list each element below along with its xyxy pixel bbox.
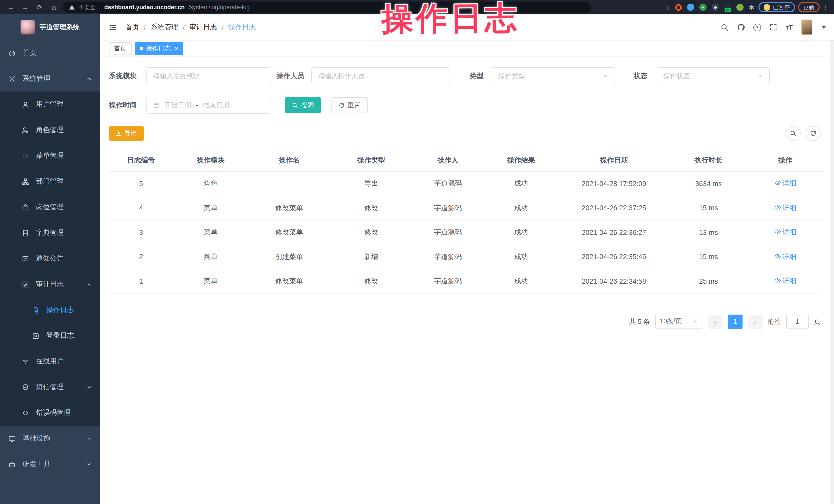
tab-操作日志[interactable]: 操作日志× bbox=[135, 42, 183, 55]
emoji-avatar-icon bbox=[764, 4, 770, 10]
browser-menu-icon[interactable]: ⋮ bbox=[823, 4, 829, 11]
code-icon bbox=[22, 409, 29, 417]
status-select[interactable]: 操作状态 bbox=[657, 67, 770, 84]
browser-forward-icon[interactable]: → bbox=[20, 2, 31, 13]
browser-home-icon[interactable]: ⌂ bbox=[48, 2, 60, 13]
close-icon[interactable]: × bbox=[175, 45, 178, 51]
tab-label: 操作日志 bbox=[146, 44, 171, 53]
cell-date: 2021-04-26 22:34:58 bbox=[558, 278, 669, 285]
detail-link[interactable]: 详细 bbox=[774, 228, 796, 237]
ext-dark-on-icon[interactable]: on bbox=[724, 4, 731, 11]
search-button[interactable]: 搜索 bbox=[285, 97, 321, 113]
sidebar-item-sms-mgmt[interactable]: 短信管理 bbox=[0, 374, 100, 400]
chevron-up-icon bbox=[86, 76, 92, 82]
system-module-input[interactable]: 请输入系统模块 bbox=[147, 67, 271, 84]
date-range-picker[interactable]: 开始日期 - 结束日期 bbox=[147, 96, 271, 114]
help-icon[interactable]: ? bbox=[753, 23, 761, 31]
scrollbar[interactable] bbox=[830, 15, 834, 504]
sidebar-item-label: 审计日志 bbox=[36, 280, 64, 289]
breadcrumb-item[interactable]: 审计日志 bbox=[189, 23, 217, 32]
fullscreen-icon[interactable] bbox=[769, 23, 777, 31]
ext-green-v-icon[interactable]: V bbox=[699, 4, 706, 11]
page-size-select[interactable]: 10条/页 bbox=[655, 314, 702, 329]
refresh-table-icon[interactable] bbox=[806, 126, 821, 141]
github-icon[interactable] bbox=[737, 23, 745, 31]
sidebar-item-label: 短信管理 bbox=[36, 382, 64, 392]
operator-label: 操作人员 bbox=[277, 71, 304, 81]
page-size-value: 10条/页 bbox=[660, 317, 682, 326]
ext-orange-ring-icon[interactable] bbox=[675, 4, 682, 10]
detail-link[interactable]: 详细 bbox=[774, 179, 796, 189]
ext-green-person-icon[interactable] bbox=[737, 4, 744, 11]
font-size-icon[interactable]: тT bbox=[786, 23, 793, 31]
sidebar-item-error-code[interactable]: 错误码管理 bbox=[0, 400, 100, 425]
cell-type: 导出 bbox=[330, 179, 412, 189]
app-title: 芋道管理系统 bbox=[40, 23, 80, 32]
user-avatar[interactable] bbox=[801, 20, 812, 35]
tab-首页[interactable]: 首页 bbox=[109, 42, 132, 55]
prev-page-button[interactable]: ‹ bbox=[708, 314, 723, 329]
sidebar-item-infrastructure[interactable]: 基础设施 bbox=[0, 425, 100, 451]
bookmark-star-icon[interactable]: ☆ bbox=[664, 3, 670, 11]
sidebar-item-post-mgmt[interactable]: 岗位管理 bbox=[0, 194, 100, 220]
pagination: 共 5 条 10条/页 ‹ 1 › 前往 1 页 bbox=[109, 314, 823, 329]
monitor-icon bbox=[8, 435, 16, 442]
browser-back-icon[interactable]: ← bbox=[5, 2, 17, 13]
sidebar-item-notice[interactable]: 通知公告 bbox=[0, 246, 100, 271]
sidebar-item-online-user[interactable]: 在线用户 bbox=[0, 349, 100, 374]
breadcrumb-separator: / bbox=[144, 23, 146, 31]
gear-icon bbox=[8, 75, 16, 83]
breadcrumb-item[interactable]: 系统管理 bbox=[151, 23, 178, 32]
detail-link[interactable]: 详细 bbox=[774, 277, 796, 286]
current-page-button[interactable]: 1 bbox=[728, 314, 743, 329]
browser-extensions-area: ☆V◆on✱ bbox=[664, 3, 755, 11]
sidebar-collapse-icon[interactable] bbox=[108, 23, 117, 31]
sidebar-item-audit-log[interactable]: 审计日志 bbox=[0, 271, 100, 297]
tags-view: 首页操作日志× bbox=[100, 40, 834, 57]
sidebar-item-label: 首页 bbox=[23, 48, 37, 58]
type-select[interactable]: 操作类型 bbox=[492, 67, 615, 84]
profile-paused-chip[interactable]: 已暂停 bbox=[759, 2, 795, 12]
ext-puzzle-icon[interactable]: ✱ bbox=[749, 3, 754, 11]
sidebar-item-login-log[interactable]: 登录日志 bbox=[0, 323, 100, 349]
detail-link[interactable]: 详细 bbox=[774, 203, 796, 213]
cell-duration: 13 ms bbox=[669, 229, 748, 237]
sidebar-item-dev-tools[interactable]: 研发工具 bbox=[0, 451, 100, 477]
goto-page-input[interactable]: 1 bbox=[786, 314, 809, 329]
url-path: /system/log/operate-log bbox=[188, 4, 250, 10]
browser-refresh-icon[interactable]: ⟳ bbox=[34, 2, 45, 13]
sidebar-item-home[interactable]: 首页 bbox=[0, 40, 100, 66]
search-icon[interactable] bbox=[720, 23, 728, 31]
security-warning-icon[interactable] bbox=[69, 4, 75, 10]
next-page-button[interactable]: › bbox=[748, 314, 763, 329]
address-divider: | bbox=[99, 4, 101, 10]
sidebar-item-user-mgmt[interactable]: 用户管理 bbox=[0, 91, 100, 117]
breadcrumb-item[interactable]: 首页 bbox=[125, 23, 139, 32]
sidebar-item-system-mgmt[interactable]: 系统管理 bbox=[0, 66, 100, 91]
app-logo[interactable]: 芋道管理系统 bbox=[0, 15, 100, 40]
ext-blue-diamond-icon[interactable]: ◆ bbox=[712, 4, 719, 11]
eye-icon bbox=[774, 253, 781, 261]
caret-down-icon[interactable] bbox=[822, 26, 826, 28]
sidebar-item-label: 用户管理 bbox=[36, 100, 64, 109]
reset-button[interactable]: 重置 bbox=[331, 97, 368, 113]
sidebar-item-menu-mgmt[interactable]: 菜单管理 bbox=[0, 143, 100, 169]
logo-rabbit-image bbox=[21, 20, 35, 35]
sidebar-item-role-mgmt[interactable]: 角色管理 bbox=[0, 117, 100, 143]
type-placeholder: 操作类型 bbox=[499, 71, 525, 81]
browser-update-button[interactable]: 更新 bbox=[798, 2, 819, 12]
detail-link[interactable]: 详细 bbox=[774, 253, 796, 262]
sidebar: 芋道管理系统 首页系统管理用户管理角色管理菜单管理部门管理岗位管理字典管理通知公… bbox=[0, 15, 100, 504]
sidebar-item-operate-log[interactable]: 操作日志 bbox=[0, 297, 100, 323]
breadcrumb-separator: / bbox=[183, 23, 185, 31]
filter-row-2: 操作时间 开始日期 - 结束日期 搜索 bbox=[109, 96, 823, 114]
export-button[interactable]: 导出 bbox=[109, 126, 144, 141]
operator-input[interactable]: 请输入操作人员 bbox=[311, 67, 449, 84]
sidebar-item-dept-mgmt[interactable]: 部门管理 bbox=[0, 169, 100, 194]
detail-link-label: 详细 bbox=[782, 253, 796, 262]
ext-blue-pin-icon[interactable] bbox=[687, 4, 694, 11]
system-module-placeholder: 请输入系统模块 bbox=[153, 71, 200, 81]
show-search-icon[interactable] bbox=[786, 126, 800, 141]
sidebar-item-dict-mgmt[interactable]: 字典管理 bbox=[0, 220, 100, 246]
annotation-operate-log: 操作日志 bbox=[381, 0, 519, 37]
